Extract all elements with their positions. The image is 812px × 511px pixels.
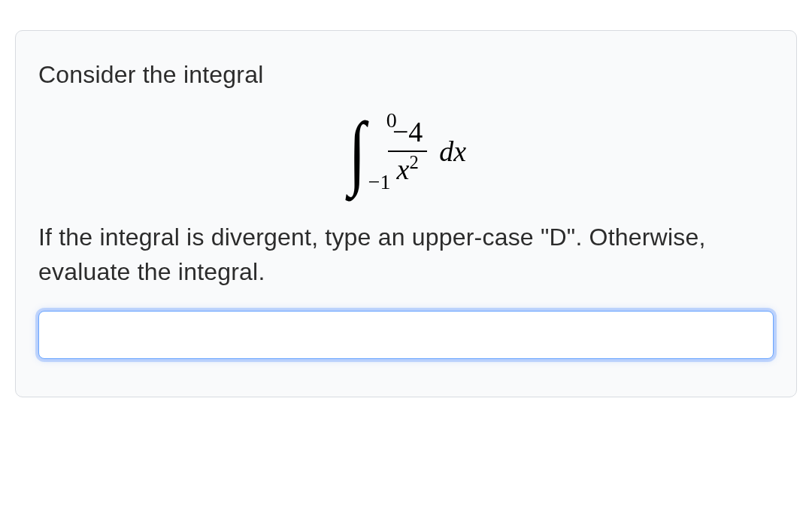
denominator-exponent: 2	[409, 152, 418, 172]
integral-lower-bound: −1	[368, 170, 391, 194]
integral-row: ∫ 0 −1 −4 x2 dx	[346, 110, 466, 193]
fraction-denominator: x2	[392, 153, 423, 187]
fraction-bar	[388, 151, 427, 152]
integral-sign: ∫	[349, 110, 366, 193]
question-instruction: If the integral is divergent, type an up…	[38, 220, 774, 290]
denominator-base: x	[397, 154, 410, 185]
question-card: Consider the integral ∫ 0 −1 −4 x2 dx If…	[15, 30, 797, 397]
question-intro: Consider the integral	[38, 61, 774, 89]
answer-input[interactable]	[38, 311, 774, 359]
integral-upper-bound: 0	[386, 108, 397, 132]
differential-var: x	[453, 135, 466, 167]
integral-expression: ∫ 0 −1 −4 x2 dx	[38, 110, 774, 193]
integral-sign-wrap: ∫ 0 −1	[346, 110, 368, 193]
differential: dx	[439, 135, 466, 168]
differential-d: d	[439, 135, 453, 167]
